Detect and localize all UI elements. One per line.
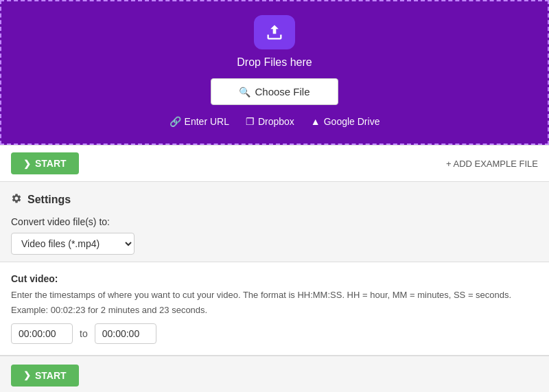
start-label-top: START (35, 158, 67, 169)
settings-title: Settings (11, 193, 538, 207)
time-inputs: to (11, 323, 538, 344)
to-label: to (80, 328, 88, 339)
upload-arrow-icon (265, 23, 284, 42)
google-drive-link[interactable]: ▲ Google Drive (311, 116, 380, 127)
bottom-toolbar: ❯ START (0, 356, 549, 393)
start-time-input[interactable] (11, 323, 73, 344)
choose-file-button[interactable]: 🔍 Choose File (211, 78, 338, 105)
top-toolbar: ❯ START + ADD EXAMPLE FILE (0, 145, 549, 182)
cut-example: Example: 00:02:23 for 2 minutes and 23 s… (11, 305, 538, 315)
upload-icon (254, 15, 295, 49)
enter-url-label: Enter URL (185, 116, 229, 127)
google-drive-icon: ▲ (311, 116, 320, 127)
choose-file-label: Choose File (255, 86, 309, 97)
chevron-right-icon: ❯ (23, 159, 31, 169)
enter-url-link[interactable]: 🔗 Enter URL (170, 116, 229, 127)
cut-title: Cut video: (11, 273, 538, 284)
dropbox-icon: ❐ (246, 116, 255, 127)
google-drive-label: Google Drive (324, 116, 380, 127)
start-label-bottom: START (35, 370, 67, 381)
cut-description: Enter the timestamps of where you want t… (11, 288, 538, 302)
start-button-top[interactable]: ❯ START (11, 152, 79, 174)
add-example-label: + ADD EXAMPLE FILE (446, 159, 538, 169)
source-links: 🔗 Enter URL ❐ Dropbox ▲ Google Drive (170, 116, 380, 127)
link-icon: 🔗 (170, 116, 181, 127)
settings-section: Settings Convert video file(s) to: Video… (0, 182, 549, 262)
search-icon: 🔍 (239, 87, 250, 97)
end-time-input[interactable] (95, 323, 156, 344)
gear-icon (11, 193, 22, 207)
add-example-link[interactable]: + ADD EXAMPLE FILE (446, 159, 538, 169)
cut-section: Cut video: Enter the timestamps of where… (0, 262, 549, 356)
drop-text: Drop Files here (237, 56, 312, 69)
settings-text: Settings (27, 194, 71, 206)
convert-label: Convert video file(s) to: (11, 216, 538, 227)
start-button-bottom[interactable]: ❯ START (11, 365, 79, 387)
format-select[interactable]: Video files (*.mp4) Video files (*.avi) … (11, 233, 135, 255)
dropbox-label: Dropbox (258, 116, 294, 127)
chevron-right-icon-bottom: ❯ (23, 370, 31, 380)
upload-area: Drop Files here 🔍 Choose File 🔗 Enter UR… (0, 0, 549, 145)
dropbox-link[interactable]: ❐ Dropbox (246, 116, 294, 127)
